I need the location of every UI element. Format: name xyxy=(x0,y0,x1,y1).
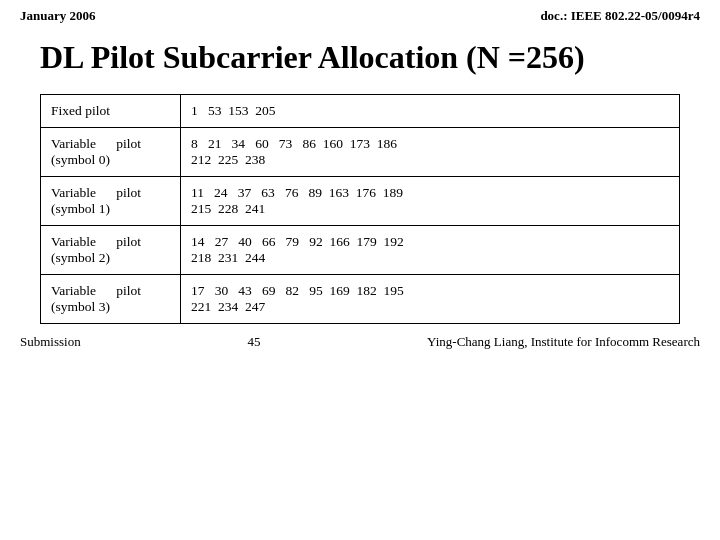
row-label-symbol0: Variable pilot(symbol 0) xyxy=(41,128,181,177)
row-values-symbol2: 14 27 40 66 79 92 166 179 192 218 231 24… xyxy=(181,226,680,275)
row-values-fixed: 1 53 153 205 xyxy=(181,95,680,128)
page-title: DL Pilot Subcarrier Allocation (N =256) xyxy=(40,38,680,76)
row-values-symbol0: 8 21 34 60 73 86 160 173 186 212 225 238 xyxy=(181,128,680,177)
allocation-table-section: Fixed pilot 1 53 153 205 Variable pilot(… xyxy=(0,94,720,324)
footer-author: Ying-Chang Liang, Institute for Infocomm… xyxy=(427,334,700,350)
row-label-fixed: Fixed pilot xyxy=(41,95,181,128)
table-row: Variable pilot(symbol 3) 17 30 43 69 82 … xyxy=(41,275,680,324)
allocation-table: Fixed pilot 1 53 153 205 Variable pilot(… xyxy=(40,94,680,324)
header-left: January 2006 xyxy=(20,8,95,24)
table-row: Variable pilot(symbol 1) 11 24 37 63 76 … xyxy=(41,177,680,226)
row-label-symbol2: Variable pilot(symbol 2) xyxy=(41,226,181,275)
row-label-symbol3: Variable pilot(symbol 3) xyxy=(41,275,181,324)
table-row: Variable pilot(symbol 0) 8 21 34 60 73 8… xyxy=(41,128,680,177)
row-label-symbol1: Variable pilot(symbol 1) xyxy=(41,177,181,226)
footer-page-number: 45 xyxy=(81,334,427,350)
header-right: doc.: IEEE 802.22-05/0094r4 xyxy=(540,8,700,24)
row-values-symbol3: 17 30 43 69 82 95 169 182 195 221 234 24… xyxy=(181,275,680,324)
row-values-symbol1: 11 24 37 63 76 89 163 176 189 215 228 24… xyxy=(181,177,680,226)
table-row: Fixed pilot 1 53 153 205 xyxy=(41,95,680,128)
footer-submission: Submission xyxy=(20,334,81,350)
table-row: Variable pilot(symbol 2) 14 27 40 66 79 … xyxy=(41,226,680,275)
